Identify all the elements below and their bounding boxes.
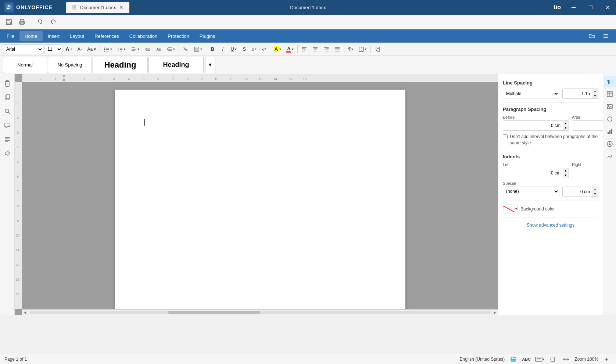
numbered-list-button[interactable]: 1. 2. 3. ▾ bbox=[115, 44, 128, 54]
document-tab[interactable]: Document1.docx ✕ bbox=[66, 2, 129, 13]
align-right-button[interactable] bbox=[321, 44, 332, 54]
sidebar-copy-icon[interactable] bbox=[1, 91, 14, 104]
superscript-button[interactable]: x2 bbox=[250, 44, 259, 54]
sidebar-outline-icon[interactable] bbox=[1, 133, 14, 145]
indent-right-input[interactable] bbox=[572, 168, 603, 178]
zoom-in-button[interactable]: + bbox=[602, 355, 612, 363]
before-spacing-up[interactable]: ▲ bbox=[563, 121, 569, 126]
scroll-track[interactable] bbox=[29, 311, 491, 314]
more-options-button[interactable] bbox=[600, 30, 612, 42]
strikethrough-button[interactable]: S bbox=[240, 44, 249, 54]
editor-area[interactable]: 2· 1· · 1 2 3 4 5 6 7 8 9 10 11 12 13 14 bbox=[15, 74, 498, 315]
undo-button[interactable] bbox=[34, 17, 46, 28]
special-value-input[interactable] bbox=[563, 187, 592, 197]
paragraph-shading-button[interactable]: ▾ bbox=[356, 44, 369, 54]
shading-button[interactable]: ▾ bbox=[191, 44, 204, 54]
special-up[interactable]: ▲ bbox=[592, 187, 598, 192]
menu-home[interactable]: Home bbox=[19, 31, 43, 41]
before-spacing-down[interactable]: ▼ bbox=[563, 126, 569, 130]
decrease-font-size-button[interactable]: A- bbox=[75, 44, 85, 54]
line-spacing-value-input[interactable] bbox=[563, 89, 592, 98]
signature-settings-icon[interactable] bbox=[604, 151, 616, 162]
restore-button[interactable]: □ bbox=[582, 0, 599, 15]
increase-indent-button[interactable] bbox=[153, 44, 164, 54]
decrease-indent-button[interactable] bbox=[142, 44, 153, 54]
menu-insert[interactable]: Insert bbox=[43, 31, 65, 41]
line-spacing-down-button[interactable]: ▼ bbox=[592, 94, 598, 98]
style-heading-1[interactable]: Heading bbox=[93, 57, 148, 73]
bullet-list-button[interactable]: ▾ bbox=[101, 44, 114, 54]
scroll-left-button[interactable]: ◀ bbox=[22, 310, 28, 314]
paragraph-settings-icon[interactable]: ¶ bbox=[604, 76, 616, 87]
track-changes-icon[interactable]: ▾ bbox=[535, 355, 544, 363]
close-button[interactable]: ✕ bbox=[599, 0, 616, 15]
globe-icon[interactable]: 🌐 bbox=[508, 355, 518, 363]
open-file-location-button[interactable] bbox=[586, 30, 598, 42]
styles-more-button[interactable]: ▼ bbox=[205, 57, 215, 73]
copy-style-button[interactable] bbox=[372, 44, 383, 54]
print-button[interactable] bbox=[16, 17, 28, 28]
sidebar-search-icon[interactable] bbox=[1, 105, 14, 118]
sidebar-paste-icon[interactable] bbox=[1, 77, 14, 90]
table-settings-icon[interactable] bbox=[604, 88, 616, 100]
minimize-button[interactable]: ─ bbox=[565, 0, 582, 15]
style-heading-2[interactable]: Heading bbox=[148, 57, 204, 73]
sidebar-sound-icon[interactable] bbox=[1, 147, 14, 159]
after-spacing-input[interactable] bbox=[572, 121, 603, 130]
show-advanced-settings-button[interactable]: Show advanced settings bbox=[503, 221, 598, 229]
tab-close-button[interactable]: ✕ bbox=[119, 4, 123, 10]
change-case-button[interactable]: Aa ▾ bbox=[85, 44, 98, 54]
style-no-spacing[interactable]: No Spacing bbox=[48, 57, 92, 73]
redo-button[interactable] bbox=[47, 17, 59, 28]
line-spacing-up-button[interactable]: ▲ bbox=[592, 89, 598, 94]
menu-layout[interactable]: Layout bbox=[65, 31, 89, 41]
fit-page-button[interactable] bbox=[548, 355, 558, 363]
indent-left-input[interactable] bbox=[503, 168, 563, 178]
bold-button[interactable]: B bbox=[208, 44, 217, 54]
menu-plugins[interactable]: Plugins bbox=[194, 31, 221, 41]
image-settings-icon[interactable] bbox=[604, 101, 616, 112]
multilevel-list-button[interactable]: ▾ bbox=[129, 44, 142, 54]
color-dropdown-arrow[interactable]: ▾ bbox=[515, 207, 517, 211]
increase-font-size-button[interactable]: A+ bbox=[63, 44, 75, 54]
line-spacing-button[interactable]: ▾ bbox=[164, 44, 177, 54]
document-page[interactable] bbox=[115, 90, 405, 309]
indent-left-up[interactable]: ▲ bbox=[563, 168, 569, 173]
same-style-checkbox[interactable] bbox=[503, 134, 508, 139]
italic-button[interactable]: I bbox=[218, 44, 228, 54]
font-family-select[interactable]: Arial Times New Roman Calibri bbox=[3, 44, 43, 54]
menu-file[interactable]: File bbox=[1, 31, 19, 41]
special-type-select[interactable]: (none) First line Hanging bbox=[503, 187, 559, 196]
align-center-button[interactable] bbox=[310, 44, 320, 54]
menu-protection[interactable]: Protection bbox=[162, 31, 194, 41]
highlight-color-button[interactable]: A▾ bbox=[272, 44, 283, 54]
language-label[interactable]: English (United States) bbox=[460, 357, 505, 362]
special-down[interactable]: ▼ bbox=[592, 192, 598, 197]
nonprinting-chars-button[interactable]: ¶▾ bbox=[346, 44, 355, 54]
subscript-button[interactable]: x2 bbox=[259, 44, 268, 54]
text-art-icon[interactable]: A bbox=[604, 138, 616, 150]
before-spacing-input[interactable] bbox=[503, 121, 563, 130]
horizontal-scrollbar[interactable]: ◀ ▶ bbox=[22, 309, 498, 315]
underline-button[interactable]: U▾ bbox=[228, 44, 239, 54]
menu-collaboration[interactable]: Collaboration bbox=[124, 31, 163, 41]
sidebar-comment-icon[interactable] bbox=[1, 119, 14, 131]
scroll-right-button[interactable]: ▶ bbox=[492, 310, 498, 314]
spell-check-icon[interactable]: ABC bbox=[522, 355, 531, 363]
scroll-thumb[interactable] bbox=[168, 311, 260, 314]
style-normal[interactable]: Normal bbox=[3, 57, 47, 73]
align-left-button[interactable] bbox=[299, 44, 309, 54]
page-container[interactable] bbox=[22, 82, 498, 309]
fit-width-button[interactable] bbox=[561, 355, 571, 363]
clear-format-button[interactable] bbox=[180, 44, 191, 54]
save-button[interactable] bbox=[3, 17, 15, 28]
font-color-button[interactable]: A▾ bbox=[284, 44, 296, 54]
chart-settings-icon[interactable] bbox=[604, 126, 616, 137]
bg-color-swatch[interactable]: ▾ bbox=[503, 205, 517, 213]
menu-references[interactable]: References bbox=[89, 31, 124, 41]
indent-left-down[interactable]: ▼ bbox=[563, 173, 569, 178]
font-size-select[interactable]: 8910 111214 16182436 bbox=[44, 44, 62, 54]
shape-settings-icon[interactable] bbox=[604, 113, 616, 125]
justify-button[interactable] bbox=[332, 44, 343, 54]
line-spacing-type-select[interactable]: Multiple Single 1.5 lines Double At Leas… bbox=[503, 89, 559, 98]
